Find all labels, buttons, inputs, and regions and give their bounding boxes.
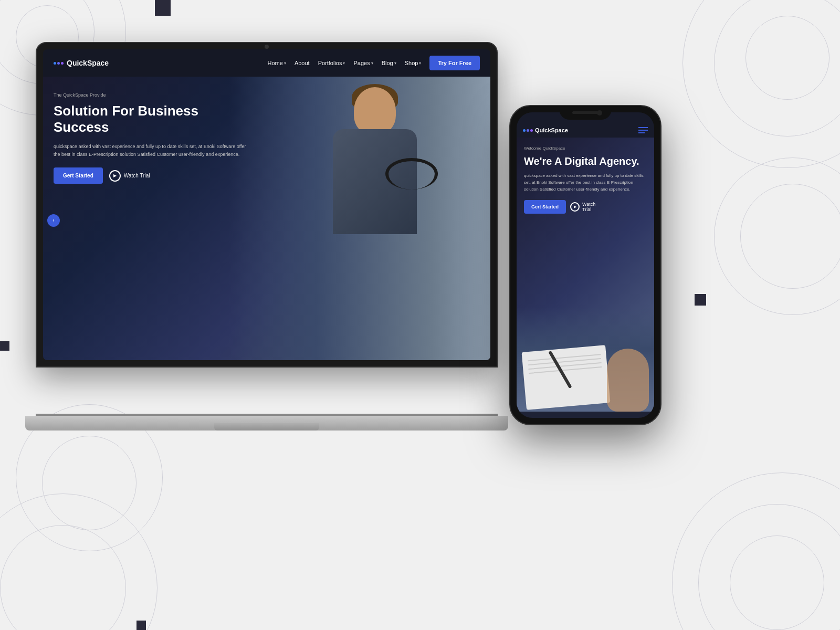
phone-logo-dot-1 <box>523 129 526 132</box>
phone-hero-tag: Welcome QuickSpace <box>524 146 647 151</box>
nav-links: Home ▾ About Portfolios ▾ Pages ▾ <box>268 56 480 70</box>
play-icon: ▶ <box>109 170 121 182</box>
laptop-navbar: QuickSpace Home ▾ About Portfolios ▾ <box>43 49 490 77</box>
laptop-logo: QuickSpace <box>54 59 109 67</box>
nav-shop[interactable]: Shop ▾ <box>405 60 422 66</box>
ham-line-2 <box>638 130 648 131</box>
square-decor <box>695 294 706 306</box>
hero-title: Solution For Business Success <box>54 103 253 135</box>
phone-hero-text: Welcome QuickSpace We're A Digital Agenc… <box>524 146 647 214</box>
nav-portfolios[interactable]: Portfolios ▾ <box>318 60 345 66</box>
phone-camera <box>597 110 602 116</box>
laptop-screen: QuickSpace Home ▾ About Portfolios ▾ <box>43 49 490 360</box>
try-for-free-button[interactable]: Try For Free <box>429 56 480 70</box>
logo-text: QuickSpace <box>67 59 109 67</box>
hero-content: The QuickSpace Provide Solution For Busi… <box>54 92 253 184</box>
phone-logo-dots <box>523 129 533 132</box>
phone-get-started-button[interactable]: Gert Started <box>524 200 566 214</box>
get-started-button[interactable]: Gert Started <box>54 167 103 184</box>
hero-description: quickspace asked with vast experience an… <box>54 143 253 158</box>
ring-decor <box>746 16 830 100</box>
phone-hero-section: Welcome QuickSpace We're A Digital Agenc… <box>517 138 654 412</box>
dropdown-arrow: ▾ <box>394 61 396 66</box>
slider-prev-arrow[interactable]: ‹ <box>47 214 60 227</box>
dropdown-arrow: ▾ <box>371 61 373 66</box>
phone-play-icon: ▶ <box>570 202 580 212</box>
phone-screen: QuickSpace Welcome QuickSpace We're A Di… <box>517 112 654 418</box>
logo-dot-blue <box>54 62 56 65</box>
person-body <box>333 129 417 234</box>
ring-decor <box>682 0 840 168</box>
phone-notch <box>559 106 612 120</box>
hand-shape <box>607 349 649 412</box>
ring-decor <box>42 436 136 530</box>
nav-home[interactable]: Home ▾ <box>268 60 286 66</box>
ham-line-3 <box>638 132 645 133</box>
ring-decor <box>0 525 126 630</box>
laptop-hero-section: ‹ The QuickSpace Provide Solution For Bu… <box>43 77 490 360</box>
watch-trial-button[interactable]: ▶ Watch Trial <box>109 170 150 182</box>
phone-body: QuickSpace Welcome QuickSpace We're A Di… <box>509 105 662 425</box>
phone-watch-text: Watch Trial <box>582 202 595 212</box>
ham-line-1 <box>638 127 648 128</box>
ring-decor <box>714 0 840 136</box>
person-head <box>354 87 396 134</box>
ring-decor <box>0 494 158 630</box>
phone-hero-content: Welcome QuickSpace We're A Digital Agenc… <box>517 138 654 222</box>
phone-speaker <box>572 111 598 114</box>
hamburger-menu[interactable] <box>638 127 648 133</box>
nav-blog[interactable]: Blog ▾ <box>382 60 396 66</box>
person-figure <box>291 82 459 344</box>
phone-logo-dot-2 <box>527 129 529 132</box>
hero-tag: The QuickSpace Provide <box>54 92 253 98</box>
laptop-mockup: QuickSpace Home ▾ About Portfolios ▾ <box>36 42 498 430</box>
dropdown-arrow: ▾ <box>419 61 421 66</box>
notebook-line <box>528 354 601 361</box>
phone-logo-text: QuickSpace <box>535 127 568 133</box>
hero-buttons: Gert Started ▶ Watch Trial <box>54 167 253 184</box>
laptop-body: QuickSpace Home ▾ About Portfolios ▾ <box>36 42 498 368</box>
phone-logo-dot-3 <box>530 129 533 132</box>
nav-pages[interactable]: Pages ▾ <box>353 60 373 66</box>
logo-dot-indigo <box>57 62 60 65</box>
laptop-camera <box>265 45 269 49</box>
ring-decor <box>698 504 840 630</box>
logo-dots <box>54 62 64 65</box>
phone-hero-title: We're A Digital Agency. <box>524 155 647 167</box>
ring-decor <box>714 158 840 315</box>
laptop-camera-bar <box>251 45 282 48</box>
logo-dot-purple <box>61 62 64 65</box>
ring-decor <box>740 184 840 289</box>
phone-watch-button[interactable]: ▶ Watch Trial <box>570 202 595 212</box>
square-decor <box>155 0 171 16</box>
headphones <box>385 158 438 190</box>
phone-bottom-image <box>517 307 654 412</box>
laptop-foot <box>214 423 319 430</box>
dropdown-arrow: ▾ <box>284 61 286 66</box>
square-decor <box>136 621 146 630</box>
phone-hero-description: quickspace asked with vast experience an… <box>524 173 647 193</box>
phone-hero-buttons: Gert Started ▶ Watch Trial <box>524 200 647 214</box>
ring-decor <box>672 472 840 630</box>
phone-mockup: QuickSpace Welcome QuickSpace We're A Di… <box>509 105 662 425</box>
laptop-base <box>25 416 508 430</box>
square-decor <box>0 341 9 351</box>
dropdown-arrow: ▾ <box>343 61 345 66</box>
phone-logo: QuickSpace <box>523 127 568 133</box>
ring-decor <box>730 536 824 630</box>
nav-about[interactable]: About <box>295 60 310 66</box>
